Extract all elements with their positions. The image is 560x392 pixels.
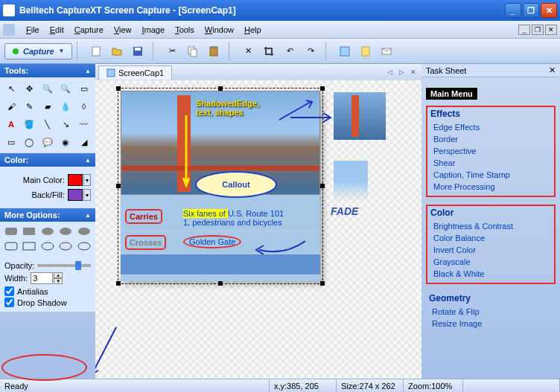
mdi-icon[interactable]	[3, 24, 15, 36]
svg-rect-0	[92, 47, 100, 56]
pencil-tool[interactable]: ✎	[21, 98, 37, 115]
width-down[interactable]: ▼	[54, 278, 63, 284]
link-bw[interactable]: Black & White	[430, 268, 551, 280]
back-color-dropdown[interactable]: ▼	[83, 189, 91, 201]
cut-button[interactable]: ✂	[163, 42, 181, 60]
minimize-button[interactable]: _	[505, 3, 521, 18]
link-shear[interactable]: Shear	[430, 157, 551, 169]
zoom-in-tool[interactable]: 🔍	[39, 80, 56, 97]
mdi-minimize[interactable]: _	[518, 25, 530, 35]
link-more-processing[interactable]: More Processing	[430, 181, 551, 193]
close-button[interactable]: ✕	[541, 3, 557, 18]
task-close[interactable]: ✕	[549, 65, 556, 75]
pointer-tool[interactable]: ↖	[3, 80, 19, 97]
crop-button[interactable]	[260, 42, 278, 60]
svg-rect-6	[211, 46, 216, 48]
fade-label: FADE	[331, 205, 358, 217]
color-group: Color Brightness & Contrast Color Balanc…	[426, 205, 556, 284]
back-color-swatch[interactable]	[68, 189, 83, 201]
callout-tool[interactable]: 💬	[39, 134, 56, 150]
status-ready: Ready	[0, 379, 270, 392]
curve-tool[interactable]: 〰	[76, 116, 92, 132]
link-edge-effects[interactable]: Edge Effects	[430, 121, 551, 133]
mdi-restore[interactable]: ❐	[532, 25, 544, 35]
properties-button[interactable]	[336, 42, 354, 60]
opacity-slider[interactable]	[37, 264, 91, 267]
open-button[interactable]	[108, 42, 126, 60]
tab-next[interactable]: ▷	[396, 67, 407, 77]
clipboard-button[interactable]	[357, 42, 375, 60]
new-button[interactable]	[87, 42, 105, 60]
app-icon	[3, 4, 15, 16]
menu-capture[interactable]: Capture	[69, 23, 109, 36]
link-brightness[interactable]: Brightness & Contrast	[430, 220, 551, 232]
main-color-swatch[interactable]	[68, 174, 83, 186]
rect-tool[interactable]: ▭	[3, 134, 19, 150]
menu-file[interactable]: File	[21, 23, 45, 36]
dropshadow-checkbox[interactable]	[4, 298, 14, 307]
width-up[interactable]: ▲	[54, 272, 63, 278]
highlighter-tool[interactable]: ▰	[39, 98, 56, 115]
stamp-tool[interactable]: ◉	[57, 134, 74, 150]
opt-roundrect[interactable]	[3, 240, 19, 253]
capture-button[interactable]: Capture ▼	[4, 43, 72, 60]
menu-window[interactable]: Window	[200, 23, 239, 36]
link-grayscale[interactable]: Grayscale	[430, 256, 551, 268]
text-tool[interactable]: A	[3, 116, 19, 132]
options-header[interactable]: More Options:▲	[0, 208, 95, 222]
delete-button[interactable]: ✕	[239, 42, 257, 60]
opt-ellipse2[interactable]	[57, 240, 74, 253]
undo-button[interactable]: ↶	[281, 42, 299, 60]
eraser-tool[interactable]: ◊	[76, 98, 92, 115]
eyedropper-tool[interactable]: 💧	[57, 98, 74, 115]
shape-tool[interactable]: ◢	[76, 134, 92, 150]
link-border[interactable]: Border	[430, 133, 551, 145]
doc-tab[interactable]: ScreenCap1	[98, 65, 172, 80]
menu-view[interactable]: View	[109, 23, 137, 36]
link-caption[interactable]: Caption, Time Stamp	[430, 169, 551, 181]
redo-button[interactable]: ↷	[302, 42, 319, 60]
tab-close[interactable]: ✕	[408, 67, 419, 77]
canvas[interactable]: ShadowedEdge, text, shapes Callout Carri…	[95, 80, 421, 379]
opt-ellipse-fill[interactable]	[39, 225, 56, 238]
link-invert[interactable]: Invert Color	[430, 244, 551, 256]
tools-header[interactable]: Tools:▲	[0, 64, 95, 77]
menu-tools[interactable]: Tools	[170, 23, 200, 36]
main-color-dropdown[interactable]: ▼	[83, 174, 91, 186]
opt-ellipse2-fill[interactable]	[57, 225, 74, 238]
menu-edit[interactable]: Edit	[45, 23, 69, 36]
tab-prev[interactable]: ◁	[384, 67, 395, 77]
line-tool[interactable]: ╲	[39, 116, 56, 132]
arrow-tool[interactable]: ↘	[57, 116, 74, 132]
antialias-checkbox[interactable]	[4, 286, 14, 296]
link-color-balance[interactable]: Color Balance	[430, 232, 551, 244]
save-button[interactable]	[129, 42, 147, 60]
link-rotate[interactable]: Rotate & Flip	[429, 306, 553, 318]
geometry-group: Geometry Rotate & Flip Resize Image	[426, 292, 556, 332]
move-tool[interactable]: ✥	[21, 80, 37, 97]
copy-button[interactable]	[184, 42, 202, 60]
opt-cloud[interactable]	[76, 240, 92, 253]
fill-tool[interactable]: 🪣	[21, 116, 37, 132]
opt-ellipse[interactable]	[39, 240, 56, 253]
width-input[interactable]	[31, 272, 53, 284]
menu-image[interactable]: Image	[137, 23, 171, 36]
mdi-close[interactable]: ✕	[545, 25, 557, 35]
color-header[interactable]: Color:▲	[0, 153, 95, 167]
maximize-button[interactable]: ❐	[523, 3, 539, 18]
link-perspective[interactable]: Perspective	[430, 145, 551, 157]
opt-roundrect-fill[interactable]	[3, 225, 19, 238]
paste-button[interactable]	[205, 42, 223, 60]
link-resize[interactable]: Resize Image	[429, 318, 553, 330]
width-label: Width:	[4, 274, 28, 283]
email-button[interactable]	[378, 42, 395, 60]
opt-cloud-fill[interactable]	[76, 225, 92, 238]
opt-rect-fill[interactable]	[21, 225, 37, 238]
menu-help[interactable]: Help	[239, 23, 267, 36]
opt-rect[interactable]	[21, 240, 37, 253]
ellipse-tool[interactable]: ◯	[21, 134, 37, 150]
marquee-tool[interactable]: ▭	[76, 80, 92, 97]
brush-tool[interactable]: 🖌	[3, 98, 19, 115]
zoom-out-tool[interactable]: 🔍	[57, 80, 74, 97]
svg-rect-10	[5, 228, 17, 235]
